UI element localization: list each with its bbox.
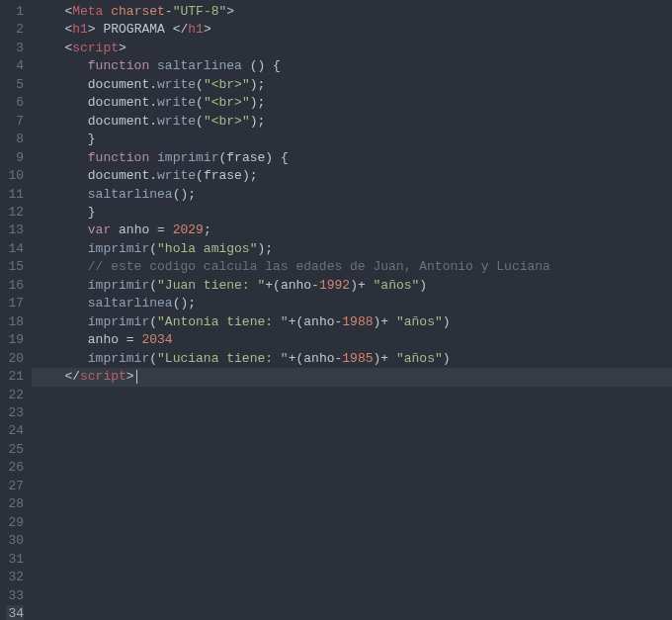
code-line[interactable]: saltarlinea(); [32, 295, 672, 312]
code-token: > [88, 22, 104, 37]
code-token: ímprimir [88, 351, 149, 366]
code-token: Meta [72, 4, 103, 19]
code-token: PROGRAMA [103, 22, 164, 37]
line-number: 7 [6, 113, 24, 131]
code-token: ( [196, 95, 204, 110]
code-token: ( [149, 351, 157, 366]
code-line[interactable]: ímprimir("hola amigos"); [32, 240, 672, 258]
code-token: 1985 [342, 351, 373, 366]
line-number: 30 [6, 532, 24, 550]
line-number: 6 [6, 94, 24, 112]
code-token: ) [443, 314, 451, 329]
line-number: 22 [6, 387, 24, 404]
code-line[interactable]: // este codigo calcula las edades de Jua… [32, 258, 672, 276]
line-number: 12 [6, 204, 24, 221]
code-token: ); [250, 95, 266, 110]
text-cursor [136, 370, 138, 384]
code-token: 2029 [173, 222, 204, 237]
code-line[interactable]: ímprimir("Luciana tiene: "+(anho-1985)+ … [32, 350, 672, 368]
code-line[interactable]: document.write("<br>"); [32, 94, 672, 112]
code-token: anho [119, 222, 149, 237]
code-line[interactable]: } [32, 204, 672, 221]
code-token: > [204, 22, 211, 37]
code-token: +( [289, 314, 304, 329]
code-token: = [149, 222, 172, 237]
code-token: "<br>" [204, 114, 250, 129]
line-number: 11 [6, 186, 24, 204]
line-number: 5 [6, 76, 24, 94]
code-token: } [88, 205, 96, 220]
code-area[interactable]: <Meta charset-"UTF-8"> <h1> PROGRAMA </h… [32, 0, 672, 620]
code-token: . [149, 114, 157, 129]
code-token: ) [443, 351, 451, 366]
code-token: h1 [188, 22, 204, 37]
code-token: () { [242, 58, 281, 73]
code-token: write [157, 114, 196, 129]
code-token: = [119, 332, 141, 347]
code-line[interactable]: <Meta charset-"UTF-8"> [32, 3, 672, 21]
code-line[interactable]: <script> [32, 40, 672, 57]
code-token: ( [149, 241, 157, 256]
code-token: frase [226, 150, 265, 165]
code-line[interactable]: anho = 2034 [32, 331, 672, 349]
code-editor[interactable]: 1234567891011121314151617181920212223242… [0, 0, 672, 620]
code-line[interactable]: </script> [32, 368, 672, 386]
code-line[interactable]: } [32, 131, 672, 148]
code-token: write [157, 95, 196, 110]
code-token: </ [165, 22, 188, 37]
code-token: ); [242, 168, 258, 183]
code-token: "años" [374, 278, 420, 293]
code-line[interactable]: function saltarlinea () { [32, 57, 672, 75]
code-token: "UTF-8" [173, 4, 227, 19]
line-number: 23 [6, 404, 24, 422]
code-token: ) { [265, 150, 288, 165]
line-number: 19 [6, 331, 24, 349]
code-token: ímprimir [88, 314, 149, 329]
line-number: 20 [6, 350, 24, 368]
code-line[interactable]: document.write("<br>"); [32, 113, 672, 131]
code-token: script [80, 369, 126, 384]
code-token: saltarlinea [157, 58, 242, 73]
code-line[interactable]: saltarlinea(); [32, 186, 672, 204]
line-number: 31 [6, 551, 24, 569]
code-token: )+ [350, 278, 373, 293]
line-number: 13 [6, 221, 24, 239]
code-token: 1988 [342, 314, 373, 329]
code-line[interactable]: ímprimir("Antonia tiene: "+(anho-1988)+ … [32, 313, 672, 331]
code-token: "años" [396, 314, 443, 329]
code-token: </ [64, 369, 80, 384]
code-token [111, 222, 119, 237]
code-line[interactable]: <h1> PROGRAMA </h1> [32, 21, 672, 39]
code-token: write [157, 168, 196, 183]
line-number: 27 [6, 478, 24, 495]
line-number: 32 [6, 569, 24, 586]
code-token: . [149, 95, 157, 110]
code-token: )+ [374, 314, 396, 329]
code-line[interactable]: document.write(frase); [32, 167, 672, 185]
code-line[interactable]: var anho = 2029; [32, 221, 672, 239]
code-token: anho [281, 278, 311, 293]
code-token: anho [303, 314, 334, 329]
code-token: "años" [396, 351, 443, 366]
code-token: ); [250, 114, 266, 129]
code-token: document [88, 114, 149, 129]
code-token: . [149, 77, 157, 92]
line-number: 25 [6, 441, 24, 459]
line-number: 21 [6, 368, 24, 386]
code-token: script [72, 41, 119, 55]
code-line[interactable]: document.write("<br>"); [32, 76, 672, 94]
code-line[interactable]: function ímprimir(frase) { [32, 149, 672, 167]
code-token: document [88, 168, 149, 183]
code-line[interactable]: ímprimir("Juan tiene: "+(anho-1992)+ "añ… [32, 277, 672, 295]
line-number: 17 [6, 295, 24, 312]
line-number: 28 [6, 495, 24, 513]
code-token: (); [173, 187, 196, 202]
code-token: function [88, 58, 149, 73]
code-token: "<br>" [204, 95, 250, 110]
code-token: ; [204, 222, 211, 237]
code-token: anho [303, 351, 334, 366]
code-token: charset [111, 4, 165, 19]
code-token: var [88, 222, 111, 237]
line-number: 8 [6, 131, 24, 148]
code-token: ímprimir [88, 278, 149, 293]
